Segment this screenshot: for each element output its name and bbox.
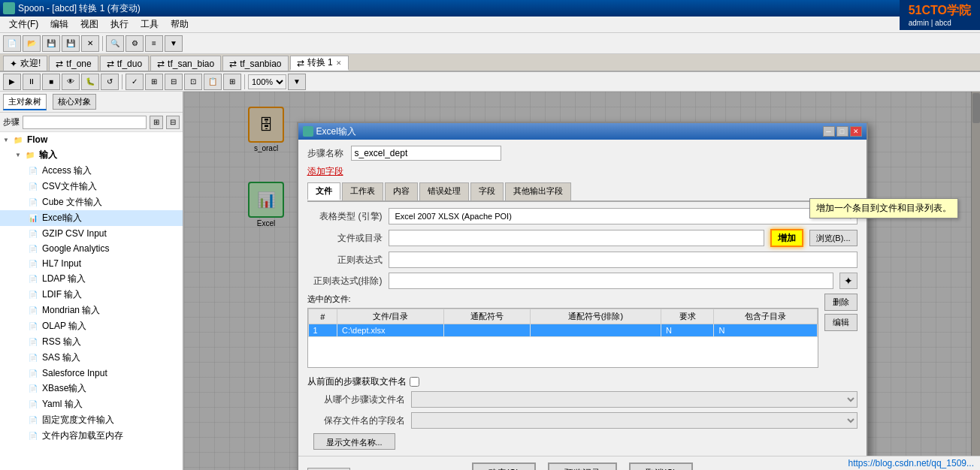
regex-exclude-input[interactable] — [389, 273, 833, 289]
close-file-button[interactable]: ✕ — [81, 35, 99, 52]
tree-item-file-content[interactable]: 📄 文件内容加载至内存 — [0, 428, 183, 444]
dialog-maximize[interactable]: □ — [836, 126, 848, 137]
cancel-button[interactable]: 取消(C) — [629, 462, 693, 470]
tab-transform1-close[interactable]: ✕ — [336, 59, 342, 67]
tree-item-fixed-width[interactable]: 📄 固定宽度文件输入 — [0, 412, 183, 428]
file-dir-input[interactable] — [389, 230, 764, 246]
menu-edit[interactable]: 编辑 — [44, 17, 74, 32]
menu-help[interactable]: 帮助 — [165, 17, 195, 32]
tree-item-rss[interactable]: 📄 RSS 输入 — [0, 334, 183, 350]
delete-button[interactable]: 删除 — [824, 294, 858, 311]
tree-item-ldif[interactable]: 📄 LDIF 输入 — [0, 287, 183, 303]
add-file-button[interactable]: 增加 — [770, 229, 803, 247]
tree-item-access[interactable]: 📄 Access 输入 — [0, 163, 183, 179]
dialog-close[interactable]: ✕ — [850, 126, 862, 137]
tree-item-sas[interactable]: 📄 SAS 输入 — [0, 350, 183, 366]
tree-item-mondrian[interactable]: 📄 Mondrian 输入 — [0, 303, 183, 318]
menu-tools[interactable]: 工具 — [135, 17, 165, 32]
browse-button[interactable]: 浏览(B)... — [809, 230, 858, 246]
new-button[interactable]: 📄 — [3, 35, 21, 52]
tree-item-salesforce[interactable]: 📄 Salesforce Input — [0, 366, 183, 381]
tab-fields[interactable]: 字段 — [470, 182, 504, 200]
tree-area: ▼ 📁 Flow ▼ 📁 输入 📄 Access 输入 📄 CSV文件输入 📄 — [0, 132, 183, 470]
debug-button[interactable]: 🐛 — [81, 74, 99, 90]
tree-item-xbase[interactable]: 📄 XBase输入 — [0, 381, 183, 396]
replay-button[interactable]: ↺ — [101, 74, 119, 90]
tree-item-cube[interactable]: 📄 Cube 文件输入 — [0, 194, 183, 210]
explore-button[interactable]: 🔍 — [106, 35, 124, 52]
tree-item-yaml[interactable]: 📄 Yaml 输入 — [0, 396, 183, 412]
check-button[interactable]: ✓ — [126, 74, 144, 90]
tab-worksheet[interactable]: 工作表 — [342, 182, 383, 200]
tree-item-excel[interactable]: 📊 Excel输入 — [0, 210, 183, 226]
col-subdir: 包含子目录 — [714, 309, 817, 324]
zoom-select[interactable]: 100% 75% 150% — [248, 74, 286, 89]
row-wildcard — [444, 324, 531, 337]
table-row[interactable]: 1 C:\dept.xlsx N N — [308, 324, 817, 337]
tab-tf-san-biao[interactable]: ⇄ tf_san_biao — [150, 56, 221, 71]
steps-label: 步骤 — [3, 116, 20, 128]
regex-exclude-icon[interactable]: ✦ — [839, 273, 858, 289]
tooltip-text: 增加一个条目到文件和目录列表。 — [816, 203, 951, 213]
edit-button[interactable]: 编辑 — [824, 314, 858, 331]
get-filename-checkbox[interactable] — [410, 377, 419, 387]
preview-records-button[interactable]: 预览记录 — [548, 462, 617, 470]
tree-item-ldap[interactable]: 📄 LDAP 输入 — [0, 271, 183, 287]
tab-file[interactable]: 文件 — [307, 182, 340, 200]
saveas-button[interactable]: 💾 — [62, 35, 80, 52]
sas-icon: 📄 — [27, 352, 39, 364]
menu-view[interactable]: 视图 — [74, 17, 104, 32]
align-button[interactable]: ⊞ — [145, 74, 163, 90]
save-button[interactable]: 💾 — [42, 35, 60, 52]
preview-button[interactable]: 👁 — [62, 74, 80, 90]
open-button[interactable]: 📂 — [23, 35, 41, 52]
tree-item-csv[interactable]: 📄 CSV文件输入 — [0, 179, 183, 194]
tree-item-hl7[interactable]: 📄 HL7 Input — [0, 256, 183, 271]
show-filenames-button[interactable]: 显示文件名称... — [313, 433, 395, 450]
zoom-control[interactable]: 100% 75% 150% — [248, 74, 286, 89]
core-objects-tab[interactable]: 核心对象 — [53, 94, 96, 110]
dialog-minimize[interactable]: ─ — [823, 126, 835, 137]
tree-flow[interactable]: ▼ 📁 Flow — [0, 132, 183, 147]
step-name-input[interactable] — [351, 146, 501, 161]
settings-button[interactable]: ⚙ — [126, 35, 144, 52]
collapse-all-button[interactable]: ⊟ — [166, 116, 180, 129]
tab-tf-one[interactable]: ⇄ tf_one — [49, 56, 98, 71]
grid-button[interactable]: ⊞ — [223, 74, 241, 90]
tab-transform1[interactable]: ⇄ 转换 1 ✕ — [290, 56, 349, 71]
pause-button[interactable]: ⏸ — [23, 74, 41, 90]
flow-arrow: ▼ — [3, 137, 9, 143]
main-objects-tab[interactable]: 主对象树 — [3, 94, 47, 110]
menu-run[interactable]: 执行 — [104, 17, 135, 32]
tree-item-olap[interactable]: 📄 OLAP 输入 — [0, 318, 183, 334]
tree-input[interactable]: ▼ 📁 输入 — [0, 147, 183, 163]
access-label: Access 输入 — [42, 164, 92, 177]
tab-tf-duo[interactable]: ⇄ tf_duo — [100, 56, 149, 71]
selected-files-label: 选中的文件: — [307, 294, 818, 305]
distribute-button[interactable]: ⊟ — [165, 74, 183, 90]
confirm-button[interactable]: 确定(O) — [472, 462, 536, 470]
zoom-dropdown[interactable]: ▼ — [288, 74, 306, 90]
steps-search-input[interactable] — [23, 116, 147, 129]
tree-item-ga[interactable]: 📄 Google Analytics — [0, 241, 183, 256]
file-table-container: 选中的文件: # 文件/目录 通配符号 通配符号(排除) — [307, 294, 818, 371]
get-filename-section: 从前面的步骤获取文件名 从哪个步骤读文件名 保存文件名的字段名 — [307, 375, 858, 429]
stop-button[interactable]: ■ — [42, 74, 60, 90]
run-button[interactable]: ▶ — [3, 74, 21, 90]
table-type-select[interactable]: Excel 2007 XLSX (Apache POI) — [389, 208, 858, 224]
layers-button[interactable]: ≡ — [145, 35, 163, 52]
more-button[interactable]: ▼ — [165, 35, 183, 52]
copy-button[interactable]: ⊡ — [184, 74, 202, 90]
expand-all-button[interactable]: ⊞ — [150, 116, 163, 129]
tab-tf-sanbiao[interactable]: ⇄ tf_sanbiao — [222, 56, 288, 71]
tab-content[interactable]: 内容 — [385, 182, 418, 200]
menu-file[interactable]: 文件(F) — [3, 17, 44, 32]
tab-welcome[interactable]: ✦ 欢迎! — [3, 56, 47, 71]
tab-other-output[interactable]: 其他输出字段 — [505, 182, 571, 200]
table-type-row: 表格类型 (引擎) Excel 2007 XLSX (Apache POI) — [307, 208, 858, 224]
regex-input[interactable] — [389, 252, 858, 268]
tab-error-handling[interactable]: 错误处理 — [419, 182, 469, 200]
add-field-link[interactable]: 添加字段 — [307, 166, 343, 176]
tree-item-gzip[interactable]: 📄 GZIP CSV Input — [0, 226, 183, 241]
paste-button[interactable]: 📋 — [204, 74, 222, 90]
